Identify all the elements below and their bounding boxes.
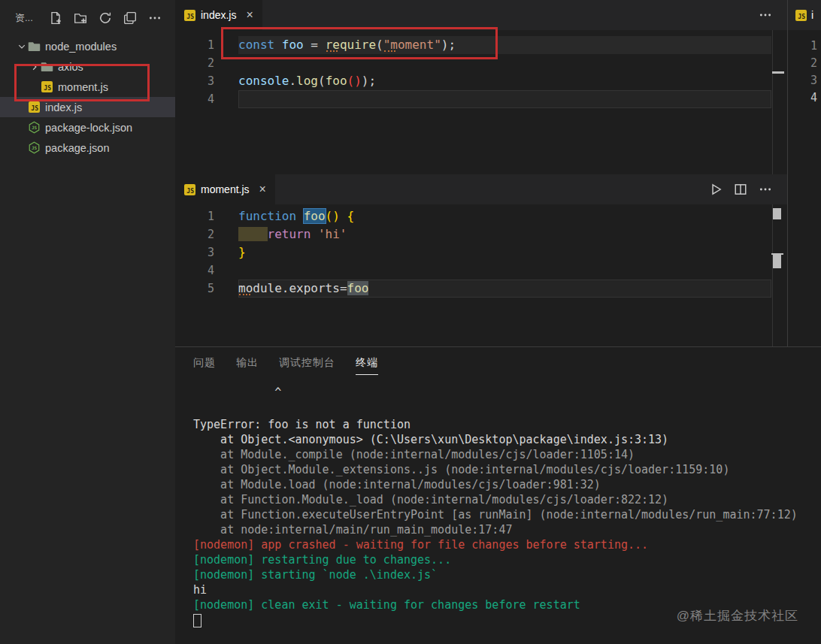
chevron-right-icon <box>28 61 41 73</box>
node-icon: JS <box>28 122 41 134</box>
code-line-content <box>223 90 238 108</box>
panel-tab-inactive[interactable]: 输出 <box>236 356 259 375</box>
line-number: 1 <box>175 36 223 54</box>
chevron-spacer <box>28 81 41 93</box>
chevron-spacer <box>15 122 28 134</box>
terminal-cursor <box>193 614 201 627</box>
watermark: @稀土掘金技术社区 <box>677 607 798 624</box>
more-actions-icon[interactable] <box>148 11 162 25</box>
terminal-line: at node:internal/main/run_main_module:17… <box>193 522 816 537</box>
close-tab-icon[interactable]: × <box>246 9 253 21</box>
chevron-down-icon <box>15 41 28 53</box>
terminal-line: at Module.load (node:internal/modules/cj… <box>193 477 816 492</box>
tab-label: index.js <box>201 9 236 21</box>
svg-text:JS: JS <box>32 146 38 150</box>
code-line-2[interactable]: 2 return 'hi' <box>175 225 787 243</box>
code-line-3[interactable]: 3console.log(foo()); <box>175 72 787 90</box>
new-folder-icon[interactable] <box>74 11 87 25</box>
chevron-spacer <box>15 101 28 113</box>
tree-item-label: index.js <box>45 101 82 113</box>
terminal-line: at Object.<anonymous> (C:\Users\xun\Desk… <box>193 432 816 447</box>
line-number: 2 <box>175 225 223 243</box>
tab-label: moment.js <box>201 183 250 195</box>
line-number: 4 <box>175 262 223 280</box>
editor-group-moment: JS moment.js × 1function foo <box>175 174 787 346</box>
bottom-panel: 问题输出调试控制台终端 ^TypeError: foo is not a fun… <box>175 346 821 644</box>
terminal-output[interactable]: ^TypeError: foo is not a function at Obj… <box>193 385 816 631</box>
js-file-icon: JS <box>184 184 195 195</box>
tab-moment-js[interactable]: JS moment.js × <box>175 174 275 204</box>
tab-index-js[interactable]: JS index.js × <box>175 0 262 30</box>
tree-item-node-modules[interactable]: node_modules <box>0 36 175 56</box>
js-file-icon: JS <box>184 10 195 21</box>
code-line-content: module.exports=foo <box>223 280 368 298</box>
chevron-spacer <box>15 142 28 154</box>
terminal-line: [nodemon] app crashed - waiting for file… <box>193 537 816 552</box>
scrollbar-divider <box>772 204 773 346</box>
line-number: 1 <box>175 207 223 225</box>
code-line-content: console.log(foo()); <box>223 72 376 90</box>
tree-item-package-json[interactable]: JSpackage.json <box>0 138 175 158</box>
tree-item-label: node_modules <box>45 41 117 53</box>
line-numbers: 1234 <box>810 38 817 107</box>
tabbar-moment: JS moment.js × <box>175 174 787 204</box>
tree-item-label: package.json <box>45 142 109 154</box>
refresh-icon[interactable] <box>98 11 112 25</box>
line-number: 3 <box>175 243 223 262</box>
js-icon: JS <box>28 101 41 113</box>
tabbar-index: JS index.js × <box>175 0 787 30</box>
code-line-1[interactable]: 1function foo() { <box>175 207 787 225</box>
run-file-icon[interactable] <box>709 183 723 196</box>
tree-item-axios[interactable]: axios <box>0 56 175 77</box>
code-line-1[interactable]: 1const foo = require("moment"); <box>175 36 787 54</box>
overview-ruler-mark <box>773 208 781 219</box>
explorer-sidebar: 资... <box>0 0 175 644</box>
terminal-line: at Module._compile (node:internal/module… <box>193 447 816 462</box>
tree-item-moment-js[interactable]: JSmoment.js <box>0 77 175 97</box>
tree-item-index-js[interactable]: JSindex.js <box>0 97 175 117</box>
more-actions-icon[interactable] <box>759 8 772 22</box>
code-editor-index[interactable]: 1const foo = require("moment");23console… <box>175 30 787 108</box>
file-tree: node_modulesaxiosJSmoment.jsJSindex.jsJS… <box>0 36 175 158</box>
code-line-4[interactable]: 4 <box>175 90 787 108</box>
code-line-content: function foo() { <box>223 207 354 225</box>
close-tab-icon[interactable]: × <box>259 183 266 195</box>
split-editor-icon[interactable] <box>734 183 747 196</box>
code-line-content: } <box>223 243 246 262</box>
tab-label: i <box>811 9 813 21</box>
js-icon: JS <box>41 81 53 93</box>
panel-tab-active[interactable]: 终端 <box>356 356 378 375</box>
panel-tabbar: 问题输出调试控制台终端 <box>175 347 821 375</box>
line-number: 4 <box>175 90 223 108</box>
tree-item-package-lock-json[interactable]: JSpackage-lock.json <box>0 117 175 138</box>
overview-ruler-mark <box>773 255 781 268</box>
terminal-line: at Function.Module._load (node:internal/… <box>193 492 816 507</box>
code-line-3[interactable]: 3} <box>175 243 787 262</box>
code-editor-moment[interactable]: 1function foo() {2 return 'hi'3}45module… <box>175 204 787 298</box>
folder-icon <box>41 61 53 73</box>
tree-item-label: moment.js <box>58 81 108 93</box>
line-number: 2 <box>175 54 223 72</box>
terminal-line: at Function.executeUserEntryPoint [as ru… <box>193 507 816 522</box>
code-line-4[interactable]: 4 <box>175 262 787 280</box>
code-line-5[interactable]: 5module.exports=foo <box>175 280 787 298</box>
collapse-folders-icon[interactable] <box>123 11 137 25</box>
terminal-line: [nodemon] starting `node .\index.js` <box>193 567 816 582</box>
code-line-2[interactable]: 2 <box>175 54 787 72</box>
node-icon: JS <box>28 142 41 154</box>
scrollbar-divider <box>772 30 773 174</box>
vscode-window: 资... <box>0 0 821 644</box>
editor-group-right-sliver[interactable]: JS i 1234 <box>787 0 821 346</box>
panel-tab-inactive[interactable]: 调试控制台 <box>279 356 335 375</box>
folder-icon <box>28 41 41 53</box>
terminal-line: ^ <box>193 385 816 400</box>
code-line-content <box>223 262 238 280</box>
terminal-line: at Object.Module._extensions..js (node:i… <box>193 462 816 477</box>
js-file-icon: JS <box>795 10 807 21</box>
code-line-content: return 'hi' <box>223 225 347 243</box>
new-file-icon[interactable] <box>49 11 62 25</box>
explorer-toolbar: 资... <box>0 0 175 36</box>
more-actions-icon[interactable] <box>759 183 772 196</box>
panel-tab-inactive[interactable]: 问题 <box>193 356 216 375</box>
tree-item-label: axios <box>58 61 83 73</box>
